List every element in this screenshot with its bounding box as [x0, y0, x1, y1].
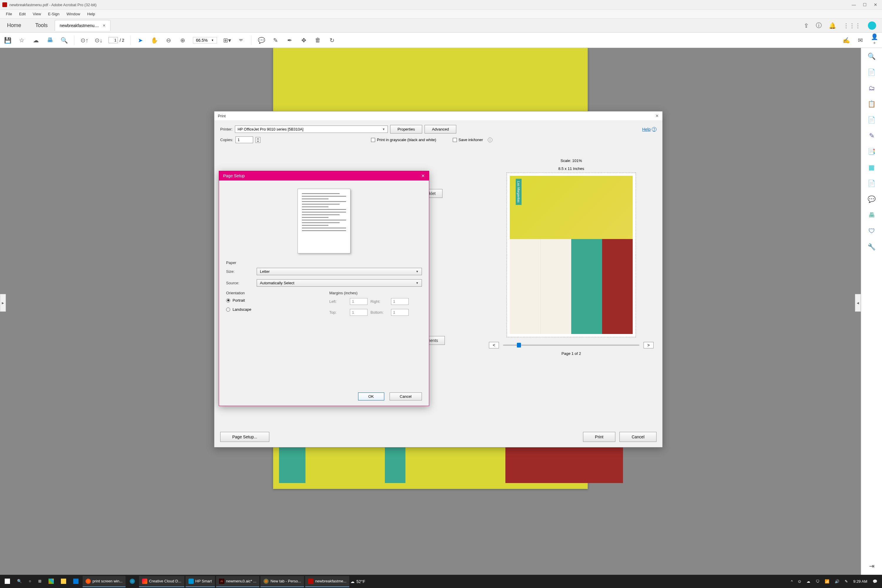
margin-right-input[interactable]	[391, 298, 409, 305]
help-link[interactable]: Help ?	[642, 127, 657, 132]
export-icon[interactable]: 📄	[868, 116, 876, 124]
preview-slider[interactable]	[503, 345, 639, 346]
preview-prev-button[interactable]: <	[489, 342, 499, 348]
help-icon[interactable]: ⓘ	[816, 21, 822, 29]
zoom-out-icon[interactable]: ⊖	[165, 37, 173, 44]
cortana-button[interactable]: ○	[26, 576, 34, 587]
share-icon[interactable]: ⇪	[804, 22, 809, 29]
taskbar-illustrator[interactable]: Ai newmenu3.aic* ...	[216, 576, 259, 587]
taskbar-weather[interactable]: ☁ 52°F	[351, 579, 365, 584]
compress-icon[interactable]: 🖶	[868, 212, 875, 219]
taskbar-mail[interactable]	[70, 576, 81, 587]
tray-notifications-icon[interactable]: 💬	[873, 579, 877, 584]
tray-volume-icon[interactable]: 🔊	[835, 579, 839, 584]
start-button[interactable]	[2, 576, 13, 587]
size-dropdown[interactable]: Letter ▼	[256, 268, 422, 275]
read-mode-icon[interactable]: ⫧	[237, 37, 245, 44]
menu-file[interactable]: File	[2, 10, 16, 17]
menu-view[interactable]: View	[29, 10, 44, 17]
slider-thumb[interactable]	[517, 343, 521, 348]
rotate-icon[interactable]: ↻	[328, 37, 336, 44]
margin-bottom-input[interactable]	[391, 309, 409, 316]
preview-next-button[interactable]: >	[644, 342, 654, 348]
task-view-button[interactable]: ⊞	[35, 576, 44, 587]
redact-icon[interactable]: ▦	[868, 164, 874, 171]
more-tools-icon[interactable]: 🔧	[868, 243, 876, 251]
shield-icon[interactable]: 🛡	[868, 227, 875, 235]
fit-width-icon[interactable]: ⊞▾	[223, 37, 231, 44]
grayscale-checkbox[interactable]: Print in grayscale (black and white)	[371, 138, 436, 142]
page-input[interactable]	[108, 37, 118, 43]
tab-tools[interactable]: Tools	[28, 19, 55, 32]
page-setup-button[interactable]: Page Setup...	[220, 432, 269, 442]
menu-edit[interactable]: Edit	[16, 10, 29, 17]
notification-icon[interactable]: 🔔	[829, 22, 836, 29]
properties-button[interactable]: Properties	[390, 125, 422, 134]
zoom-in-icon[interactable]: ⊕	[179, 37, 187, 44]
save-ink-checkbox[interactable]: Save ink/toner	[453, 138, 483, 142]
expand-left-panel[interactable]: ▶	[0, 294, 6, 312]
margin-left-input[interactable]	[350, 298, 368, 305]
taskbar-edge[interactable]	[127, 576, 138, 587]
comment-icon[interactable]: 💬	[257, 37, 266, 44]
tray-meet-icon[interactable]: 🗨	[816, 579, 819, 584]
taskbar-hp-smart[interactable]: HP Smart	[186, 576, 215, 587]
share-people-icon[interactable]: 👤⁺	[870, 33, 879, 47]
copies-input[interactable]	[236, 136, 253, 143]
print-icon[interactable]: 🖶	[46, 37, 54, 44]
apps-icon[interactable]: ⋮⋮⋮	[843, 22, 861, 29]
zoom-dropdown[interactable]: 66.5% ▼	[193, 37, 217, 44]
page-down-icon[interactable]: ⊙↓	[94, 37, 103, 44]
info-icon[interactable]: i	[488, 138, 492, 142]
page-setup-cancel-button[interactable]: Cancel	[390, 393, 422, 400]
tab-home[interactable]: Home	[0, 19, 28, 32]
copies-spinner[interactable]: ▲▼	[255, 137, 261, 143]
sign-icon[interactable]: ✒	[285, 37, 294, 44]
user-avatar[interactable]	[868, 21, 876, 30]
close-button[interactable]: ✕	[874, 2, 877, 7]
cloud-upload-icon[interactable]: ☁	[32, 37, 40, 44]
taskbar-browser-tab[interactable]: New tab - Perso...	[261, 576, 304, 587]
tray-time[interactable]: 9:29 AM	[853, 579, 867, 584]
tray-chevron-icon[interactable]: ^	[791, 579, 793, 584]
taskbar-acrobat[interactable]: newbreakfastme...	[305, 576, 349, 587]
taskbar-app[interactable]	[46, 576, 57, 587]
maximize-button[interactable]: ☐	[863, 2, 867, 7]
magnify-icon[interactable]: 🔍	[868, 52, 876, 60]
page-up-icon[interactable]: ⊙↑	[80, 37, 88, 44]
expand-right-panel[interactable]: ◀	[855, 294, 861, 312]
page-setup-close-icon[interactable]: ✕	[421, 174, 425, 178]
comment-tool-icon[interactable]: 💬	[868, 195, 876, 203]
print-cancel-button[interactable]: Cancel	[620, 432, 657, 442]
taskbar-creative-cloud[interactable]: Creative Cloud D...	[139, 576, 184, 587]
print-button[interactable]: Print	[583, 432, 616, 442]
protect-icon[interactable]: 📄	[868, 180, 876, 187]
search-button[interactable]: 🔍	[14, 576, 25, 587]
pointer-icon[interactable]: ➤	[136, 37, 145, 44]
email-icon[interactable]: ✉	[856, 37, 864, 44]
create-pdf-icon[interactable]: 📄	[868, 69, 876, 76]
menu-window[interactable]: Window	[63, 10, 84, 17]
organize-icon[interactable]: 📑	[868, 148, 876, 156]
collapse-sidebar-icon[interactable]: ⇥	[869, 562, 874, 570]
menu-esign[interactable]: E-Sign	[44, 10, 63, 17]
tab-close-icon[interactable]: ✕	[103, 24, 105, 28]
portrait-radio[interactable]: Portrait	[226, 298, 319, 303]
tray-location-icon[interactable]: ⊙	[798, 579, 801, 584]
minimize-button[interactable]: —	[852, 2, 856, 7]
save-icon[interactable]: 💾	[3, 37, 12, 44]
signature-icon[interactable]: ✍	[842, 37, 850, 44]
margin-top-input[interactable]	[350, 309, 368, 316]
advanced-button[interactable]: Advanced	[424, 125, 456, 134]
edit-pdf-icon[interactable]: 📋	[868, 100, 876, 108]
star-icon[interactable]: ☆	[18, 37, 26, 44]
print-dialog-close-icon[interactable]: ✕	[656, 114, 659, 118]
tray-onedrive-icon[interactable]: ☁	[807, 579, 810, 584]
search-icon[interactable]: 🔍	[60, 37, 68, 44]
landscape-radio[interactable]: Landscape	[226, 307, 319, 312]
taskbar-printscreen[interactable]: print screen win...	[82, 576, 126, 587]
menu-help[interactable]: Help	[84, 10, 99, 17]
printer-dropdown[interactable]: HP OfficeJet Pro 9010 series [5B310A] ▼	[235, 126, 388, 133]
tray-pen-icon[interactable]: ✎	[844, 579, 848, 584]
stamp-icon[interactable]: ✥	[300, 37, 308, 44]
